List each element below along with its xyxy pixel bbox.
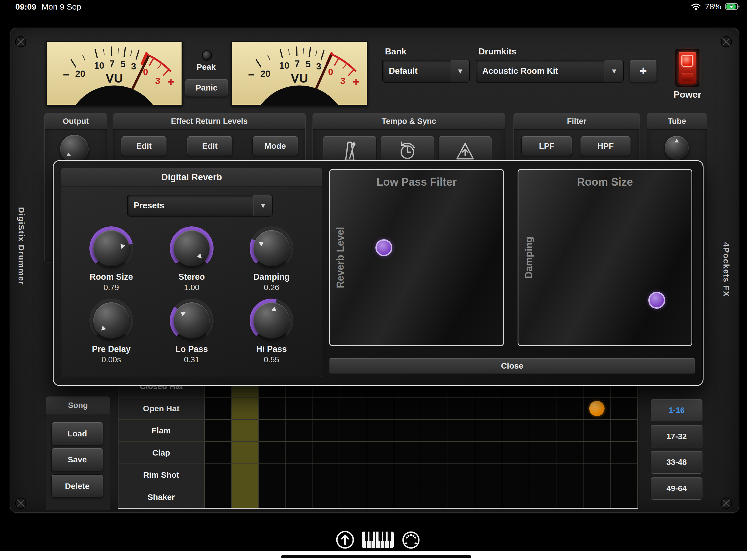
grid-cell[interactable] <box>584 442 611 464</box>
grid-cell[interactable] <box>394 486 421 508</box>
grid-cell[interactable] <box>232 486 259 508</box>
grid-cell[interactable] <box>557 398 584 420</box>
grid-cell[interactable] <box>313 398 340 420</box>
grid-cell[interactable] <box>530 486 557 508</box>
drumkits-dropdown[interactable]: Acoustic Room Kit ▼ <box>476 59 624 82</box>
grid-cell[interactable] <box>286 486 313 508</box>
grid-cell[interactable] <box>259 398 286 420</box>
grid-cell[interactable] <box>448 464 475 486</box>
grid-cell[interactable] <box>259 464 286 486</box>
grid-cell[interactable] <box>502 398 530 420</box>
grid-cell[interactable] <box>340 398 367 420</box>
page-button-1-16[interactable]: 1-16 <box>651 399 702 422</box>
grid-cell[interactable] <box>205 442 232 464</box>
grid-cell[interactable] <box>557 486 584 508</box>
grid-cell[interactable] <box>421 486 448 508</box>
grid-cell[interactable] <box>557 442 584 464</box>
grid-cell[interactable] <box>448 420 475 442</box>
add-kit-button[interactable]: + <box>630 59 657 82</box>
grid-cell[interactable] <box>205 464 232 486</box>
stereo-knob[interactable] <box>170 226 213 270</box>
song-delete-button[interactable]: Delete <box>51 475 103 498</box>
grid-cell[interactable] <box>448 486 475 508</box>
grid-cell[interactable] <box>584 420 611 442</box>
power-switch[interactable] <box>675 49 699 87</box>
grid-cell[interactable] <box>286 442 313 464</box>
grid-cell[interactable] <box>259 486 286 508</box>
grid-cell[interactable] <box>340 486 367 508</box>
presets-dropdown[interactable]: Presets ▼ <box>127 195 273 217</box>
grid-cell[interactable] <box>557 420 584 442</box>
piano-keyboard-icon[interactable] <box>361 531 394 549</box>
grid-cell[interactable] <box>313 464 340 486</box>
close-button[interactable]: Close <box>329 358 695 374</box>
grid-cell[interactable] <box>340 442 367 464</box>
grid-cell[interactable] <box>232 464 259 486</box>
grid-cell[interactable] <box>205 420 232 442</box>
grid-cell[interactable] <box>367 420 394 442</box>
grid-cell[interactable] <box>232 420 259 442</box>
grid-cell[interactable] <box>475 486 502 508</box>
grid-cell[interactable] <box>421 420 448 442</box>
grid-cell[interactable] <box>232 442 259 464</box>
room-size-knob[interactable] <box>89 226 133 270</box>
grid-cell[interactable] <box>286 464 313 486</box>
page-button-17-32[interactable]: 17-32 <box>651 425 702 448</box>
effect-mode-button[interactable]: Mode <box>252 136 298 156</box>
grid-cell[interactable] <box>584 486 611 508</box>
grid-cell[interactable] <box>205 398 232 420</box>
grid-cell[interactable] <box>475 442 502 464</box>
grid-cell[interactable] <box>394 420 421 442</box>
upload-icon[interactable] <box>335 530 355 550</box>
hpf-button[interactable]: HPF <box>580 136 631 156</box>
grid-cell[interactable] <box>448 442 475 464</box>
effect-edit-button-2[interactable]: Edit <box>187 136 233 156</box>
grid-cell[interactable] <box>313 442 340 464</box>
grid-cell[interactable] <box>259 420 286 442</box>
output-level-knob[interactable] <box>60 135 88 163</box>
song-save-button[interactable]: Save <box>51 448 103 471</box>
xy-pad-handle[interactable] <box>648 292 665 309</box>
grid-cell[interactable] <box>232 398 259 420</box>
grid-cell[interactable] <box>367 442 394 464</box>
grid-cell[interactable] <box>367 486 394 508</box>
grid-cell[interactable] <box>205 486 232 508</box>
hi-pass-knob[interactable] <box>250 299 293 342</box>
grid-cell[interactable] <box>502 486 530 508</box>
page-button-33-48[interactable]: 33-48 <box>651 451 702 474</box>
grid-cell[interactable] <box>475 398 502 420</box>
grid-cell[interactable] <box>286 420 313 442</box>
grid-cell[interactable] <box>502 464 530 486</box>
grid-cell[interactable] <box>340 420 367 442</box>
grid-cell[interactable] <box>475 420 502 442</box>
grid-cell[interactable] <box>421 398 448 420</box>
grid-cell[interactable] <box>421 442 448 464</box>
panic-button[interactable]: Panic <box>185 79 228 97</box>
room-size-pad[interactable]: Room Size Damping <box>518 169 692 346</box>
grid-cell[interactable] <box>530 442 557 464</box>
song-load-button[interactable]: Load <box>51 422 103 445</box>
grid-cell[interactable] <box>584 464 611 486</box>
grid-cell[interactable] <box>259 442 286 464</box>
grid-cell[interactable] <box>340 464 367 486</box>
tube-drive-knob[interactable] <box>665 136 689 160</box>
page-button-49-64[interactable]: 49-64 <box>651 478 702 500</box>
pre-delay-knob[interactable] <box>89 299 133 342</box>
grid-cell[interactable] <box>611 486 638 508</box>
grid-cell[interactable] <box>367 464 394 486</box>
grid-cell[interactable] <box>611 398 638 420</box>
effect-edit-button-1[interactable]: Edit <box>121 136 167 156</box>
midi-icon[interactable] <box>402 531 420 550</box>
active-step-dot[interactable] <box>589 401 604 416</box>
lpf-button[interactable]: LPF <box>521 136 572 156</box>
grid-cell[interactable] <box>475 464 502 486</box>
grid-cell[interactable] <box>286 398 313 420</box>
grid-cell[interactable] <box>611 442 638 464</box>
grid-cell[interactable] <box>584 398 611 420</box>
grid-cell[interactable] <box>394 398 421 420</box>
grid-cell[interactable] <box>394 442 421 464</box>
grid-cell[interactable] <box>394 464 421 486</box>
bank-dropdown[interactable]: Default ▼ <box>382 59 470 82</box>
xy-pad-handle[interactable] <box>376 239 392 256</box>
home-indicator[interactable] <box>281 555 471 558</box>
